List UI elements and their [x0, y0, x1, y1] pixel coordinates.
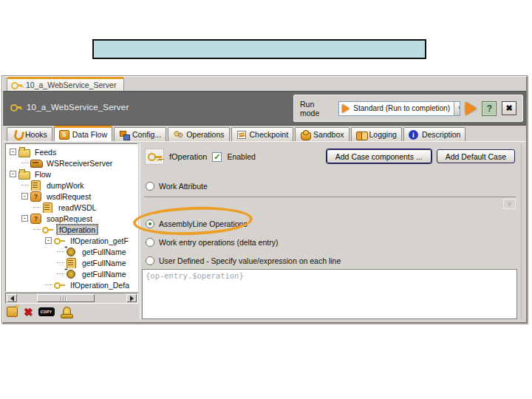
tree-item-label: getFullName — [81, 270, 128, 279]
tab-label: Checkpoint — [250, 130, 289, 139]
tree-panel: -FeedsWSReceiverServer-FlowdumpWork-wsdl… — [5, 143, 138, 320]
tree-item-soaprequest[interactable]: -soapRequest — [6, 213, 137, 224]
radio-user-defined-specify-value-expression-on-each-line[interactable]: User Defined - Specify value/expression … — [146, 256, 341, 265]
tree-item-foperation[interactable]: fOperation — [6, 224, 137, 235]
add-default-case-button[interactable]: Add Default Case — [437, 149, 515, 163]
collapse-expander-icon[interactable]: - — [21, 215, 28, 222]
tree-item-wsdlrequest[interactable]: -wsdlRequest — [6, 191, 137, 202]
tree-item-dumpwork[interactable]: dumpWork — [6, 180, 137, 191]
scrollbar-thumb[interactable] — [37, 294, 95, 302]
tree-item-flow[interactable]: -Flow — [6, 168, 137, 180]
collapse-expander-icon[interactable]: - — [10, 149, 16, 155]
case-buttons: Add Case components ... Add Default Case — [327, 149, 515, 163]
run-mode-strip: Run mode Standard (Run to completion) ▾ … — [293, 95, 523, 122]
triangle-left-icon — [10, 296, 14, 301]
tree-connector-line — [57, 251, 64, 252]
tree-item-label: readWSDL — [57, 203, 98, 212]
tree-item-getfullname[interactable]: getFullName — [6, 257, 137, 268]
tree-toolbar: ✖COPY — [7, 304, 72, 319]
slide-title-placeholder — [92, 39, 426, 59]
expression-textarea[interactable]: {op-entry.$operation} — [142, 269, 517, 319]
add-case-components-button[interactable]: Add Case components ... — [327, 149, 432, 163]
header-title: 10_a_WebService_Server — [27, 103, 129, 112]
app-window: 10_a_WebService_Server 10_a_WebService_S… — [1, 75, 528, 324]
tree-item-ifoperation-getf[interactable]: -IfOperation_getF — [6, 235, 137, 246]
radio-button[interactable] — [146, 182, 154, 191]
choice-icon — [30, 191, 42, 201]
radio-label: Work entry operations (delta entry) — [159, 238, 278, 247]
script-icon — [42, 202, 54, 212]
delete-icon[interactable]: ✖ — [24, 306, 33, 318]
tree-item-label: IfOperation_Defa — [69, 281, 131, 290]
collapse-expander-icon[interactable]: - — [45, 237, 52, 244]
tree-item-readwsdl[interactable]: readWSDL — [6, 202, 137, 213]
tab-config[interactable]: Config... — [114, 127, 166, 141]
tree-connector-line — [21, 185, 29, 185]
scroll-left-button[interactable] — [7, 294, 17, 302]
collapse-expander-icon[interactable]: - — [21, 193, 28, 200]
tab-data-flow[interactable]: Data Flow — [54, 126, 112, 141]
tab-bar: HooksData FlowConfig...OperationsCheckpo… — [3, 126, 526, 142]
choice-icon — [30, 214, 42, 223]
radio-button[interactable] — [146, 219, 154, 228]
horizontal-scrollbar[interactable] — [5, 293, 138, 304]
tab-logging[interactable]: Logging — [351, 127, 402, 141]
key-icon — [11, 81, 23, 89]
radio-label: AssemblyLine Operations — [159, 219, 248, 228]
enabled-checkbox[interactable]: ✓ — [212, 152, 222, 162]
tab-label: Operations — [186, 130, 224, 139]
tree-item-getfullname[interactable]: getFullName — [6, 246, 137, 257]
run-mode-select[interactable]: Standard (Run to completion) ▾ — [338, 101, 460, 116]
tree-connector-line — [21, 163, 29, 163]
radio-work-entry-operations-delta-entry[interactable]: Work entry operations (delta entry) — [146, 238, 278, 247]
tree-item-label: wsdlRequest — [45, 192, 92, 201]
tree-item-label: WSReceiverServer — [45, 159, 114, 168]
radio-assemblyline-operations[interactable]: AssemblyLine Operations — [146, 219, 248, 228]
tree-item-getfullname[interactable]: getFullName — [6, 268, 137, 279]
scroll-right-button[interactable] — [126, 294, 137, 302]
header-title-row: 10_a_WebService_Server — [10, 103, 129, 112]
radio-button[interactable] — [146, 238, 154, 247]
enabled-label: Enabled — [227, 152, 256, 161]
case-icon — [54, 280, 66, 290]
tab-checkpoint[interactable]: Checkpoint — [231, 127, 294, 141]
tab-operations[interactable]: Operations — [168, 127, 229, 141]
new-component-icon[interactable] — [7, 307, 18, 317]
component-icon[interactable] — [61, 307, 72, 318]
dataflow-icon — [59, 130, 69, 140]
work-attribute-select[interactable]: ∨ — [144, 197, 516, 209]
document-tab-label: 10_a_WebService_Server — [26, 81, 116, 89]
radio-button[interactable] — [146, 256, 154, 265]
tree-item-label: soapRequest — [45, 214, 94, 223]
collapse-expander-icon[interactable]: - — [10, 171, 16, 177]
tree-item-ifoperation-defa[interactable]: IfOperation_Defa — [6, 279, 137, 290]
copy-icon[interactable]: COPY — [38, 307, 55, 316]
operations-icon — [173, 130, 183, 140]
description-icon — [409, 130, 419, 140]
run-button[interactable] — [466, 102, 477, 115]
tree-item-label: Flow — [33, 170, 52, 179]
help-button[interactable]: ? — [482, 101, 497, 116]
play-icon — [342, 104, 349, 113]
radio-label: User Defined - Specify value/expression … — [159, 256, 341, 265]
tree-item-label: getFullName — [81, 248, 128, 256]
tab-hooks[interactable]: Hooks — [7, 127, 52, 141]
tab-label: Description — [422, 130, 461, 139]
panel-header: fOperation ✓ Enabled — [145, 149, 256, 165]
tree-item-feeds[interactable]: -Feeds — [6, 146, 137, 157]
close-button[interactable]: ✖ — [502, 101, 516, 115]
radio-work-attribute[interactable]: Work Attribute — [146, 182, 208, 191]
config-icon — [119, 130, 129, 140]
document-tab[interactable]: 10_a_WebService_Server — [7, 77, 124, 91]
tab-description[interactable]: Description — [403, 127, 466, 141]
tree-item-label: getFullName — [81, 259, 128, 267]
chevron-down-icon[interactable]: ∨ — [503, 199, 516, 209]
tab-sandbox[interactable]: Sandbox — [295, 127, 349, 141]
connector-icon — [30, 158, 42, 168]
logging-icon — [356, 130, 366, 140]
radio-label: Work Attribute — [159, 182, 208, 191]
func-icon — [66, 269, 78, 279]
tree-item-wsreceiverserver[interactable]: WSReceiverServer — [6, 157, 137, 168]
chevron-down-icon[interactable]: ▾ — [454, 102, 460, 115]
script-icon — [66, 258, 78, 267]
